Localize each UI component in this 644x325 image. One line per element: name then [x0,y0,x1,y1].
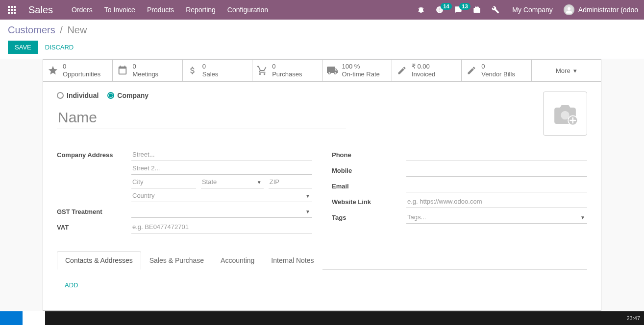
svg-rect-3 [8,9,10,11]
tab-content: Add [57,270,587,301]
radio-circle-checked-icon [107,92,114,99]
stat-ontime[interactable]: 100 %On-time Rate [322,60,392,81]
menu-configuration[interactable]: Configuration [222,0,274,20]
tools-icon[interactable] [488,0,503,20]
tags-select[interactable] [406,211,587,224]
messages-icon[interactable]: 13 [450,0,466,20]
svg-point-12 [561,111,570,120]
row-gst-treatment: GST Treatment ▼ [57,205,312,218]
form-sheet-wrapper: 0Opportunities 0Meetings 0Sales 0Purchas… [0,59,644,311]
form-body: Individual Company [43,82,601,310]
menu-orders[interactable]: Orders [66,0,99,20]
row-tags: Tags ▼ [332,211,587,224]
stat-invoiced-label: Invoiced [412,70,435,78]
company-type-radio: Individual Company [57,92,543,99]
radio-individual[interactable]: Individual [57,92,99,99]
vat-input[interactable] [131,221,312,233]
stat-vendor-bills-label: Vendor Bills [481,70,515,78]
label-company-address: Company Address [57,148,131,159]
breadcrumb: Customers / New [8,24,636,36]
apps-menu-icon[interactable] [4,0,20,20]
stat-sales-label: Sales [202,70,219,78]
svg-point-11 [568,7,570,10]
company-selector[interactable]: My Company [506,6,558,14]
website-input[interactable] [406,195,587,208]
top-row: Individual Company [57,92,587,136]
stat-opportunities-label: Opportunities [63,70,100,78]
caret-down-icon: ▾ [573,67,577,74]
stat-invoiced[interactable]: ₹ 0.00Invoiced [392,60,462,81]
city-input[interactable] [131,176,196,188]
save-button[interactable]: Save [8,41,38,54]
svg-rect-8 [14,12,16,14]
control-buttons: Save Discard [8,41,636,59]
stat-sales-value: 0 [202,63,219,70]
two-column-fields: Company Address ▼ [57,148,587,236]
control-panel: Customers / New Save Discard [0,20,644,59]
street-input[interactable] [131,148,312,161]
add-button[interactable]: Add [65,281,78,289]
svg-rect-0 [8,6,10,8]
tab-accounting[interactable]: Accounting [212,251,263,270]
menu-to-invoice[interactable]: To Invoice [99,0,141,20]
label-gst-treatment: GST Treatment [57,205,131,215]
menu-products[interactable]: Products [141,0,180,20]
menu-reporting[interactable]: Reporting [180,0,222,20]
image-upload[interactable] [543,92,587,136]
zip-input[interactable] [269,176,312,188]
tab-sales-purchase[interactable]: Sales & Purchase [141,251,212,270]
stat-more[interactable]: More ▾ [532,60,601,81]
tabs: Contacts & Addresses Sales & Purchase Ac… [57,251,587,270]
state-select[interactable] [201,176,264,188]
user-name: Administrator (odoo [578,6,638,14]
nav-right: 14 13 My Company Administrator (odoo [413,0,640,20]
stat-sales[interactable]: 0Sales [183,60,252,81]
phone-input[interactable] [406,148,587,161]
activity-badge: 14 [441,3,451,10]
dollar-icon [187,65,198,76]
stat-vendor-bills[interactable]: 0Vendor Bills [462,60,531,81]
user-menu[interactable]: Administrator (odoo [562,4,640,15]
breadcrumb-current: New [67,24,87,35]
stat-opportunities[interactable]: 0Opportunities [43,60,113,81]
row-website: Website Link [332,195,587,208]
cart-icon [256,65,268,76]
radio-company-label: Company [117,92,149,99]
svg-rect-1 [11,6,13,8]
gift-icon[interactable] [469,0,485,20]
activity-icon[interactable]: 14 [432,0,447,20]
label-email: Email [332,180,406,190]
gst-treatment-select[interactable] [131,205,312,218]
stat-meetings[interactable]: 0Meetings [113,60,182,81]
row-vat: VAT [57,221,312,233]
stat-more-label: More [556,67,570,74]
label-vat: VAT [57,221,131,231]
name-input[interactable] [57,107,346,129]
row-company-address: Company Address ▼ [57,148,312,202]
stat-purchases-label: Purchases [272,70,302,78]
truck-icon [326,65,338,76]
stat-meetings-value: 0 [132,63,158,70]
discard-button[interactable]: Discard [43,41,76,54]
breadcrumb-customers[interactable]: Customers [8,24,55,35]
edit-icon [396,65,408,76]
stat-meetings-label: Meetings [132,70,158,78]
tab-contacts[interactable]: Contacts & Addresses [57,251,141,270]
mobile-input[interactable] [406,164,587,177]
street2-input[interactable] [131,162,312,175]
row-email: Email [332,180,587,192]
camera-plus-icon [551,101,579,126]
stat-opportunities-value: 0 [63,63,100,70]
radio-company[interactable]: Company [107,92,149,99]
tab-internal-notes[interactable]: Internal Notes [263,251,322,270]
calendar-icon [117,65,128,76]
edit-square-icon [466,65,477,76]
svg-rect-5 [14,9,16,11]
name-area: Individual Company [57,92,543,129]
stat-purchases[interactable]: 0Purchases [252,60,322,81]
app-brand[interactable]: Sales [20,4,62,16]
debug-icon[interactable] [413,0,429,20]
stat-button-box: 0Opportunities 0Meetings 0Sales 0Purchas… [43,60,601,82]
country-select[interactable] [131,189,312,202]
email-input[interactable] [406,180,587,192]
